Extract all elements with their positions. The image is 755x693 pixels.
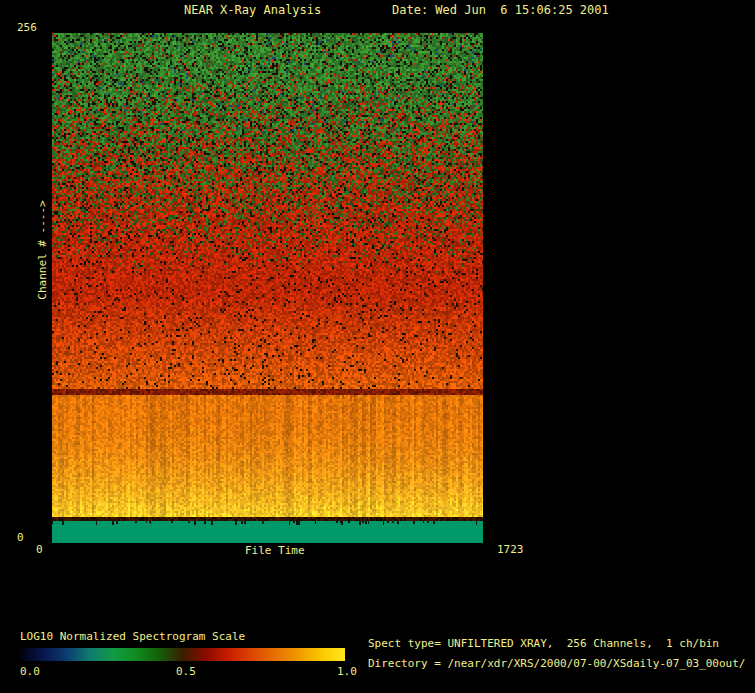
date-label: Date: Wed Jun 6 15:06:25 2001 (392, 4, 609, 17)
spect-type-label: Spect type= UNFILTERED XRAY, 256 Channel… (368, 638, 719, 650)
colorbar-gradient (20, 648, 345, 661)
near-xray-analysis-window: NEAR X-Ray Analysis Date: Wed Jun 6 15:0… (0, 0, 755, 693)
y-axis-tick-min: 0 (17, 532, 24, 544)
colorbar-tick-2: 1.0 (337, 666, 357, 678)
colorbar-tick-1: 0.5 (176, 666, 196, 678)
y-axis-tick-max: 256 (17, 22, 37, 34)
spectrogram-heatmap (52, 33, 483, 543)
colorbar-title: LOG10 Normalized Spectrogram Scale (20, 631, 245, 643)
x-axis-tick-min: 0 (36, 544, 43, 556)
colorbar-tick-0: 0.0 (20, 666, 40, 678)
directory-label: Directory = /near/xdr/XRS/2000/07-00/XSd… (368, 658, 746, 670)
page-title: NEAR X-Ray Analysis (184, 4, 321, 17)
x-axis-tick-max: 1723 (497, 544, 524, 556)
x-axis-label: File Time (245, 545, 305, 557)
y-axis-label: Channel # ----> (37, 200, 49, 299)
